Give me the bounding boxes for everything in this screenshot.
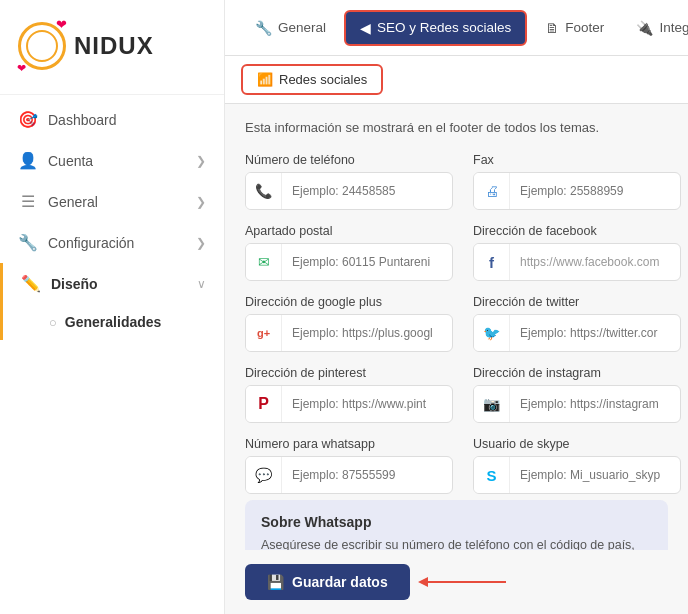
nav-divider-top (0, 94, 224, 95)
general-icon: ☰ (18, 192, 38, 211)
cuenta-icon: 👤 (18, 151, 38, 170)
label-whatsapp: Número para whatsapp (245, 437, 453, 451)
tab-footer[interactable]: 🗎 Footer (531, 12, 618, 44)
whatsapp-icon: 💬 (246, 457, 282, 493)
field-facebook: Dirección de facebook f (473, 224, 681, 281)
instagram-input[interactable] (510, 386, 680, 422)
subtab-redes-label: Redes sociales (279, 72, 367, 87)
content-area: Esta información se mostrará en el foote… (225, 104, 688, 550)
form-grid: Número de teléfono 📞 Fax 🖨 Apartado post… (245, 153, 668, 494)
diseno-arrow-icon: ∨ (197, 277, 206, 291)
sidebar-item-general[interactable]: ☰ General ❯ (0, 181, 224, 222)
save-button[interactable]: 💾 Guardar datos (245, 564, 410, 600)
field-googleplus: Dirección de google plus g+ (245, 295, 453, 352)
general-tab-icon: 🔧 (255, 20, 272, 36)
pinterest-input[interactable] (282, 386, 452, 422)
googleplus-input[interactable] (282, 315, 452, 351)
tab-integraciones[interactable]: 🔌 Integraciones (622, 12, 688, 44)
logo-inner (26, 30, 58, 62)
apartado-icon: ✉ (246, 244, 282, 280)
save-area: 💾 Guardar datos (225, 550, 688, 614)
sidebar-item-generalidades[interactable]: ○ Generalidades (0, 304, 224, 340)
sidebar-item-dashboard[interactable]: 🎯 Dashboard (0, 99, 224, 140)
twitter-input[interactable] (510, 315, 680, 351)
label-facebook: Dirección de facebook (473, 224, 681, 238)
logo-heart-bottom-icon: ❤ (17, 62, 26, 75)
apartado-input[interactable] (282, 244, 452, 280)
input-wrapper-twitter: 🐦 (473, 314, 681, 352)
telefono-icon: 📞 (246, 173, 282, 209)
redes-subtab-icon: 📶 (257, 72, 273, 87)
configuracion-icon: 🔧 (18, 233, 38, 252)
facebook-icon: f (474, 244, 510, 280)
logo-heart-top-icon: ❤ (56, 17, 67, 32)
field-whatsapp: Número para whatsapp 💬 (245, 437, 453, 494)
field-skype: Usuario de skype S (473, 437, 681, 494)
sidebar-item-cuenta[interactable]: 👤 Cuenta ❯ (0, 140, 224, 181)
instagram-icon: 📷 (474, 386, 510, 422)
skype-icon: S (474, 457, 510, 493)
input-wrapper-skype: S (473, 456, 681, 494)
logo-text: NIDUX (74, 32, 154, 60)
telefono-input[interactable] (282, 173, 452, 209)
field-instagram: Dirección de instagram 📷 (473, 366, 681, 423)
content-description: Esta información se mostrará en el foote… (245, 120, 668, 135)
integraciones-tab-icon: 🔌 (636, 20, 653, 36)
label-fax: Fax (473, 153, 681, 167)
field-pinterest: Dirección de pinterest P (245, 366, 453, 423)
twitter-icon: 🐦 (474, 315, 510, 351)
logo-circle: ❤ ❤ (18, 22, 66, 70)
skype-input[interactable] (510, 457, 680, 493)
cuenta-arrow-icon: ❯ (196, 154, 206, 168)
sidebar-item-cuenta-label: Cuenta (48, 153, 93, 169)
whatsapp-info-box: Sobre Whatsapp Asegúrese de escribir su … (245, 500, 668, 550)
field-fax: Fax 🖨 (473, 153, 681, 210)
sidebar-item-diseno[interactable]: ✏️ Diseño ∨ (0, 263, 224, 304)
whatsapp-input[interactable] (282, 457, 452, 493)
tab-seo[interactable]: ◀ SEO y Redes sociales (344, 10, 527, 46)
googleplus-icon: g+ (246, 315, 282, 351)
tab-bar: 🔧 General ◀ SEO y Redes sociales 🗎 Foote… (225, 0, 688, 56)
general-arrow-icon: ❯ (196, 195, 206, 209)
input-wrapper-telefono: 📞 (245, 172, 453, 210)
label-telefono: Número de teléfono (245, 153, 453, 167)
label-skype: Usuario de skype (473, 437, 681, 451)
sidebar-item-generalidades-label: Generalidades (65, 314, 162, 330)
fax-icon: 🖨 (474, 173, 510, 209)
label-instagram: Dirección de instagram (473, 366, 681, 380)
generalidades-icon: ○ (49, 315, 57, 330)
fax-input[interactable] (510, 173, 680, 209)
input-wrapper-googleplus: g+ (245, 314, 453, 352)
label-pinterest: Dirección de pinterest (245, 366, 453, 380)
subtab-redes[interactable]: 📶 Redes sociales (241, 64, 383, 95)
input-wrapper-facebook: f (473, 243, 681, 281)
input-wrapper-fax: 🖨 (473, 172, 681, 210)
field-twitter: Dirección de twitter 🐦 (473, 295, 681, 352)
tab-general[interactable]: 🔧 General (241, 12, 340, 44)
subtab-bar: 📶 Redes sociales (225, 56, 688, 104)
diseno-icon: ✏️ (21, 274, 41, 293)
dashboard-icon: 🎯 (18, 110, 38, 129)
whatsapp-box-text: Asegúrese de escribir su número de teléf… (261, 536, 652, 550)
field-apartado: Apartado postal ✉ (245, 224, 453, 281)
seo-tab-icon: ◀ (360, 20, 371, 36)
input-wrapper-whatsapp: 💬 (245, 456, 453, 494)
whatsapp-box-title: Sobre Whatsapp (261, 514, 652, 530)
save-button-label: Guardar datos (292, 574, 388, 590)
input-wrapper-instagram: 📷 (473, 385, 681, 423)
configuracion-arrow-icon: ❯ (196, 236, 206, 250)
sidebar: ❤ ❤ NIDUX 🎯 Dashboard 👤 Cuenta ❯ ☰ Gener… (0, 0, 225, 614)
pinterest-icon: P (246, 386, 282, 422)
label-apartado: Apartado postal (245, 224, 453, 238)
facebook-input[interactable] (510, 244, 680, 280)
tab-footer-label: Footer (565, 20, 604, 35)
arrow-indicator (426, 581, 506, 583)
logo-area: ❤ ❤ NIDUX (0, 10, 224, 90)
sidebar-item-dashboard-label: Dashboard (48, 112, 117, 128)
sidebar-item-configuracion[interactable]: 🔧 Configuración ❯ (0, 222, 224, 263)
tab-seo-label: SEO y Redes sociales (377, 20, 511, 35)
sidebar-item-configuracion-label: Configuración (48, 235, 134, 251)
input-wrapper-pinterest: P (245, 385, 453, 423)
sidebar-item-general-label: General (48, 194, 98, 210)
input-wrapper-apartado: ✉ (245, 243, 453, 281)
